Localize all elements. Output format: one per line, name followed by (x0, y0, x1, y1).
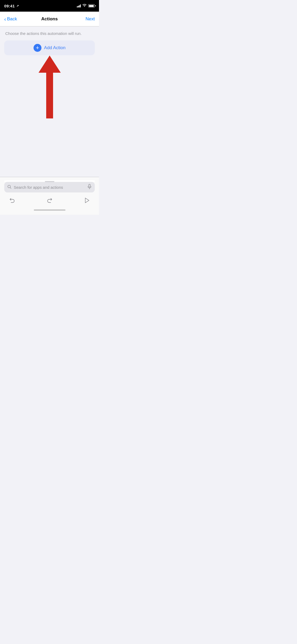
bottom-toolbar (4, 192, 95, 207)
search-input[interactable] (14, 185, 85, 190)
search-bar[interactable] (4, 182, 95, 192)
page-title: Actions (41, 16, 58, 22)
home-bar (34, 209, 65, 211)
svg-rect-1 (89, 184, 90, 187)
signal-icon (77, 4, 81, 7)
bottom-panel (0, 177, 99, 215)
status-time: 09:41 ↗ (4, 4, 19, 8)
home-indicator (4, 207, 95, 213)
battery-icon (88, 4, 95, 7)
add-action-label: Add Action (44, 45, 65, 50)
status-bar: 09:41 ↗ (0, 0, 99, 12)
play-button[interactable] (81, 195, 93, 206)
plus-circle-icon: + (34, 44, 41, 52)
chevron-left-icon: ‹ (4, 16, 6, 22)
arrow-annotation (39, 56, 61, 118)
subtitle-text: Choose the actions this automation will … (0, 26, 99, 39)
status-icons (77, 4, 95, 8)
time-display: 09:41 (4, 4, 15, 8)
microphone-icon[interactable] (87, 184, 92, 191)
location-arrow-icon: ↗ (16, 4, 19, 8)
plus-icon: + (36, 45, 39, 51)
drag-handle (45, 181, 54, 182)
redo-button[interactable] (44, 195, 55, 206)
back-label: Back (7, 16, 17, 22)
navigation-bar: ‹ Back Actions Next (0, 12, 99, 26)
wifi-icon (82, 4, 87, 8)
add-action-button[interactable]: + Add Action (4, 40, 95, 55)
content-area: + Add Action (0, 40, 99, 55)
next-button[interactable]: Next (79, 16, 95, 22)
arrow-shaft (46, 72, 53, 118)
back-button[interactable]: ‹ Back (4, 16, 20, 22)
arrow-head (39, 56, 61, 73)
search-icon (7, 185, 12, 190)
undo-button[interactable] (6, 195, 18, 206)
